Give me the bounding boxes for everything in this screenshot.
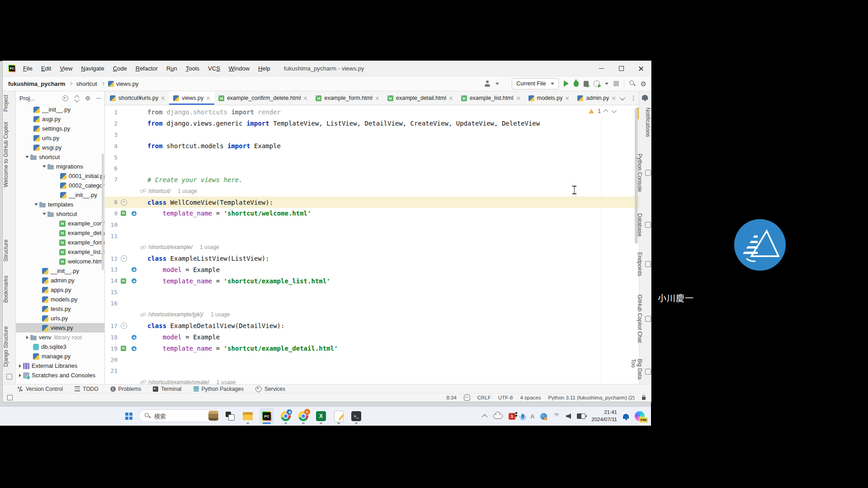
menu-item[interactable]: Code (113, 65, 127, 72)
tree-row[interactable]: urls.py (16, 133, 104, 143)
tree-row[interactable]: __init__.py (16, 190, 104, 200)
line-number[interactable]: 13 (105, 266, 118, 273)
close-button[interactable] (631, 61, 651, 76)
breadcrumb-file[interactable]: views.py (116, 80, 139, 87)
django-view-gutter-icon[interactable] (121, 255, 127, 262)
line-number[interactable]: 8 (105, 199, 118, 206)
minimize-button[interactable] (591, 61, 611, 76)
notification-bell-icon[interactable] (623, 414, 629, 419)
tree-chevron-icon[interactable] (33, 203, 39, 206)
tree-row[interactable]: shortcut (16, 152, 104, 162)
close-tab-icon[interactable] (303, 96, 307, 100)
taskbar-app-icon[interactable]: >_ (350, 408, 362, 424)
tree-chevron-icon[interactable] (24, 156, 30, 158)
usages-inlay-hint[interactable]: 1 usage (200, 244, 219, 250)
line-number[interactable]: 21 (105, 367, 118, 374)
status-item[interactable]: CRLF (477, 395, 491, 400)
usages-inlay-hint[interactable]: 1 usage (178, 188, 197, 194)
profiler-button[interactable] (594, 80, 600, 87)
tool-window-button[interactable]: GitHub Copilot Chat (639, 295, 651, 343)
menu-item[interactable]: Navigate (81, 65, 104, 72)
line-number[interactable]: 2 (105, 120, 118, 127)
taskbar-app-icon[interactable]: X (315, 408, 327, 424)
template-gutter-icon[interactable] (121, 278, 126, 284)
menu-item[interactable]: Edit (41, 65, 51, 72)
tree-scrollbar[interactable] (102, 154, 104, 270)
tray-icon[interactable] (483, 414, 487, 418)
tool-window-button[interactable]: Welcome to GitHub Copilot (3, 122, 15, 188)
tool-window-button[interactable]: Bookmarks (3, 276, 15, 303)
start-button[interactable] (125, 413, 132, 420)
project-panel-title[interactable]: Proj... (19, 95, 35, 102)
tree-row[interactable]: 0002_category_ex (16, 181, 104, 190)
template-gutter-icon[interactable] (121, 211, 126, 216)
override-gutter-icon[interactable] (132, 346, 137, 351)
taskbar-app-icon[interactable] (224, 408, 236, 424)
line-number[interactable]: 14 (105, 277, 118, 284)
django-view-gutter-icon[interactable] (121, 199, 127, 206)
inspections-widget[interactable]: 1 (586, 107, 618, 115)
tray-icon[interactable] (521, 414, 524, 419)
tool-window-button[interactable]: Python Console (639, 154, 651, 192)
editor-tab[interactable]: views.py (169, 91, 214, 105)
taskbar-app-icon[interactable] (242, 408, 254, 424)
line-number[interactable]: 7 (105, 176, 118, 183)
tool-window-button[interactable]: TODO (75, 386, 98, 392)
notifications-bell-icon[interactable] (642, 95, 648, 100)
tool-window-button[interactable]: Terminal (153, 386, 181, 392)
tree-row[interactable]: db.sqlite3 (16, 342, 104, 352)
url-inlay-hint[interactable]: /shortcut/example/ (148, 244, 193, 250)
tree-row[interactable]: venv library root (16, 333, 104, 342)
debug-button[interactable] (574, 81, 579, 87)
run-button[interactable] (564, 80, 569, 87)
tree-row[interactable]: apps.py (16, 285, 104, 295)
tray-icon[interactable] (493, 413, 503, 419)
settings-gear-icon[interactable]: ⚙ (85, 95, 90, 101)
line-number[interactable]: 3 (105, 131, 118, 138)
tree-row[interactable]: __init__.py (16, 105, 104, 114)
editor-tab[interactable]: example_confirm_delete.html (214, 91, 311, 105)
tray-icon[interactable] (540, 413, 547, 420)
tree-row[interactable]: welcome.htm (16, 257, 104, 266)
close-tab-icon[interactable] (516, 96, 520, 100)
tree-row[interactable]: templates (16, 200, 104, 209)
menu-item[interactable]: Tools (186, 65, 199, 72)
tree-row[interactable]: example_list.h (16, 247, 104, 257)
tree-row[interactable]: asgi.py (16, 114, 104, 124)
override-gutter-icon[interactable] (132, 211, 137, 216)
line-number[interactable]: 12 (105, 255, 118, 262)
tool-window-button[interactable]: Big Data Too (639, 359, 651, 384)
taskbar-app-icon[interactable] (333, 408, 344, 424)
editor-tab[interactable]: example_list.html (457, 91, 524, 105)
tool-window-button[interactable]: Version Control (18, 386, 63, 392)
tree-chevron-icon[interactable] (41, 213, 47, 215)
chevron-down-icon[interactable] (605, 83, 609, 85)
editor-tab[interactable]: models.py (524, 91, 574, 105)
line-number[interactable]: 18 (105, 334, 118, 341)
usages-inlay-hint[interactable]: 1 usage (211, 311, 230, 318)
search-highlight-image[interactable] (208, 411, 218, 421)
tray-icon[interactable] (553, 413, 560, 419)
more-options-icon[interactable]: ⋮ (630, 95, 637, 101)
tree-row[interactable]: __init__.py (16, 266, 104, 276)
editor-tab[interactable]: example_detail.html (383, 91, 457, 105)
line-number[interactable]: 16 (105, 300, 118, 307)
breadcrumb-project[interactable]: fukushima_pycharm (8, 80, 65, 87)
search-everywhere-icon[interactable] (629, 80, 636, 87)
menu-item[interactable]: Refactor (136, 65, 158, 72)
override-gutter-icon[interactable] (132, 267, 137, 272)
usages-inlay-hint[interactable]: 1 usage (217, 379, 236, 384)
override-gutter-icon[interactable] (132, 335, 137, 340)
tree-chevron-icon[interactable] (24, 336, 30, 339)
tool-window-toggle-icon[interactable] (7, 395, 13, 400)
menu-item[interactable]: VCS (208, 65, 220, 72)
tree-chevron-icon[interactable] (17, 374, 23, 377)
tray-icon[interactable] (577, 413, 585, 419)
line-number[interactable]: 10 (105, 221, 118, 228)
tree-row[interactable]: tests.py (16, 304, 104, 314)
hide-panel-icon[interactable] (96, 98, 101, 99)
status-item[interactable]: Python 3.11 (fukushima_pycharm) (2) (548, 395, 635, 400)
django-view-gutter-icon[interactable] (121, 323, 127, 329)
tray-icon[interactable]: 1 (509, 413, 515, 420)
close-tab-icon[interactable] (206, 96, 210, 100)
